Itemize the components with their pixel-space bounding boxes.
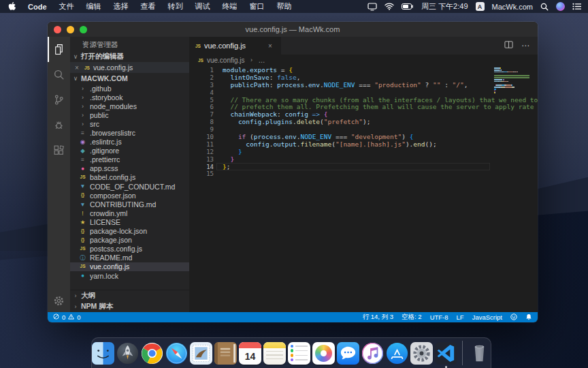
dock-photos-icon[interactable] [312, 341, 335, 365]
menu-item[interactable]: 调试 [189, 1, 216, 12]
tree-item-README.md[interactable]: ⓘREADME.md [70, 254, 189, 262]
dock-vscode-icon[interactable] [434, 341, 457, 365]
dock-messages-icon[interactable] [336, 341, 359, 365]
statusbar-item[interactable]: JavaScript [472, 313, 502, 321]
menu-item[interactable]: 帮助 [271, 1, 298, 12]
tree-item-.eslintrc.js[interactable]: ◉.eslintrc.js [70, 138, 189, 147]
code-line-3[interactable]: 3 publicPath: process.env.NODE_ENV === "… [189, 82, 538, 89]
tree-item-CODE_OF_CONDUCT.md[interactable]: ▼CODE_OF_CONDUCT.md [70, 182, 189, 191]
open-editor-item[interactable]: × JS vue.config.js [70, 62, 189, 73]
code-line-12[interactable]: 12 } [189, 149, 538, 156]
dock-finder-icon[interactable] [92, 341, 115, 365]
open-editors-label: 打开的编辑器 [81, 52, 124, 61]
root-folder-section[interactable]: ∨ MACWK.COM [70, 73, 189, 84]
minimap[interactable] [494, 67, 531, 95]
tree-item-label: .browserslistrc [90, 129, 135, 137]
dock-notes-icon[interactable] [263, 341, 287, 365]
breadcrumb-filename[interactable]: vue.config.js [207, 57, 245, 64]
dock-system-preferences-icon[interactable] [410, 341, 433, 365]
search-icon[interactable] [540, 3, 549, 11]
tab-vue-config[interactable]: JS vue.config.js × [189, 37, 281, 55]
code-line-8[interactable]: 8 config.plugins.delete("prefetch"); [189, 119, 538, 126]
activitybar-search-icon[interactable] [48, 62, 70, 87]
breadcrumb[interactable]: JS vue.config.js › … [189, 55, 538, 65]
dock-app-store-icon[interactable] [385, 341, 408, 365]
close-tab-icon[interactable]: × [268, 42, 274, 50]
tree-item-postcss.config.js[interactable]: JSpostcss.config.js [70, 245, 189, 254]
open-editors-section[interactable]: ∨ 打开的编辑器 [70, 51, 189, 62]
tree-item-.browserslistrc[interactable]: ≡.browserslistrc [70, 128, 189, 137]
menu-account[interactable]: MacWk.com [492, 3, 534, 11]
tree-item-package-lock.json[interactable]: {}package-lock.json [70, 227, 189, 236]
tree-item-babel.config.js[interactable]: JSbabel.config.js [70, 173, 189, 182]
menu-item[interactable]: 转到 [162, 1, 189, 12]
tree-item-.storybook[interactable]: ›.storybook [70, 93, 189, 102]
chevron-right-icon: › [79, 121, 86, 127]
outline-section[interactable]: › 大纲 [70, 290, 189, 301]
dock-calendar-icon[interactable]: 14 [239, 341, 262, 365]
dock-trash-icon[interactable] [468, 341, 491, 365]
dock-safari-icon[interactable] [165, 341, 189, 365]
more-actions-icon[interactable]: ⋯ [521, 41, 530, 50]
window-titlebar[interactable]: vue.config.js — MacWk.com [48, 22, 538, 37]
menu-item[interactable]: 编辑 [80, 1, 108, 12]
line-number: 4 [189, 89, 223, 97]
npm-scripts-section[interactable]: › NPM 脚本 [70, 301, 189, 312]
tree-item-CONTRIBUTING.md[interactable]: ▼CONTRIBUTING.md [70, 200, 189, 209]
statusbar-item[interactable]: 空格: 2 [402, 313, 422, 322]
tree-item-app.scss[interactable]: ●app.scss [70, 164, 189, 173]
tree-item-public[interactable]: ›public [70, 110, 189, 119]
close-window-button[interactable] [54, 26, 61, 33]
activitybar-debug-icon[interactable] [48, 112, 70, 138]
breadcrumb-more[interactable]: … [259, 57, 265, 64]
notification-center-icon[interactable] [572, 3, 581, 10]
siri-icon[interactable] [556, 2, 565, 11]
tree-item-crowdin.yml[interactable]: !crowdin.yml [70, 209, 189, 217]
menu-item[interactable]: 文件 [53, 1, 80, 12]
problems-status[interactable]: 0 0 [53, 313, 81, 321]
activitybar-explorer-icon[interactable] [48, 37, 70, 62]
display-icon[interactable] [368, 3, 377, 11]
input-source-icon[interactable]: A [476, 2, 485, 11]
statusbar-item[interactable]: LF [457, 313, 464, 321]
tree-item-node_modules[interactable]: ›node_modules [70, 102, 189, 110]
tree-item-.gitignore[interactable]: ◆.gitignore [70, 147, 189, 155]
code-line-14[interactable]: 14}; [189, 164, 538, 171]
zoom-window-button[interactable] [80, 26, 87, 33]
dock-chrome-icon[interactable] [141, 341, 164, 365]
split-editor-icon[interactable] [504, 40, 513, 52]
tree-item-.github[interactable]: ›.github [70, 84, 189, 93]
tree-item-package.json[interactable]: {}package.json [70, 236, 189, 245]
tree-item-LICENSE[interactable]: ★LICENSE [70, 217, 189, 226]
tree-item-composer.json[interactable]: {}composer.json [70, 191, 189, 200]
menu-item[interactable]: 查看 [135, 1, 162, 12]
tree-item-yarn.lock[interactable]: ●yarn.lock [70, 271, 189, 280]
wifi-icon[interactable] [385, 3, 394, 10]
menu-item[interactable]: 窗口 [244, 1, 271, 12]
statusbar-item[interactable]: 行 14, 列 3 [363, 313, 393, 322]
menu-item[interactable]: 终端 [216, 1, 244, 12]
statusbar-item[interactable]: UTF-8 [430, 313, 448, 321]
tree-item-vue.config.js[interactable]: JSvue.config.js [70, 262, 189, 271]
tree-item-.prettierrc[interactable]: ≡.prettierrc [70, 155, 189, 164]
notifications-bell-icon[interactable] [525, 313, 532, 322]
activitybar-settings-icon[interactable] [48, 289, 70, 312]
dock-mail-icon[interactable] [190, 341, 213, 365]
minimize-window-button[interactable] [67, 26, 74, 33]
dock-launchpad-icon[interactable] [116, 341, 140, 365]
apple-menu-icon[interactable] [8, 2, 16, 11]
code-line-15[interactable]: 15 [189, 170, 538, 178]
activitybar-source-control-icon[interactable] [48, 87, 70, 112]
code-editor[interactable]: 1module.exports = {2 lintOnSave: false,3… [189, 65, 538, 312]
menu-clock[interactable]: 周三 下午2:49 [421, 1, 468, 12]
tree-item-src[interactable]: ›src [70, 119, 189, 128]
menu-app-name[interactable]: Code [22, 3, 53, 11]
activitybar-extensions-icon[interactable] [48, 138, 70, 163]
battery-icon[interactable] [402, 3, 414, 10]
dock-reminders-icon[interactable] [288, 341, 311, 365]
feedback-smiley-icon[interactable] [510, 313, 517, 322]
dock-music-icon[interactable] [361, 341, 384, 365]
dock-contacts-icon[interactable] [214, 341, 238, 365]
close-icon[interactable]: × [75, 64, 81, 72]
menu-item[interactable]: 选择 [108, 1, 135, 12]
